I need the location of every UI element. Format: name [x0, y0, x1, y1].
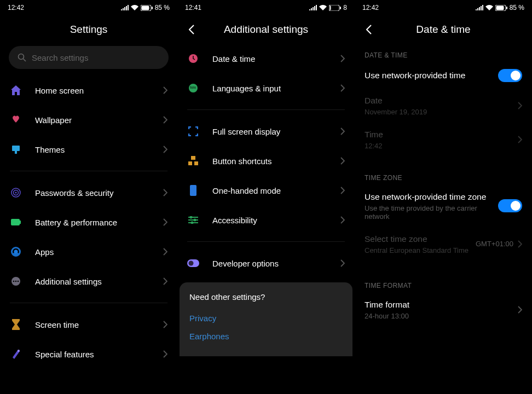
wallpaper-icon [10, 114, 22, 126]
toggle-network-time[interactable] [498, 69, 522, 82]
battery-icon [495, 5, 507, 11]
svg-rect-38 [506, 7, 507, 9]
link-privacy[interactable]: Privacy [189, 309, 343, 327]
chevron-right-icon [340, 216, 345, 224]
header: Date & time [355, 15, 532, 44]
search-icon [18, 53, 26, 62]
back-button[interactable] [180, 18, 204, 42]
setting-network-timezone[interactable]: Use network-provided time zone Use the t… [355, 185, 532, 227]
row-button-shortcuts[interactable]: Button shortcuts [177, 146, 355, 176]
row-screen-time[interactable]: Screen time [0, 310, 177, 339]
status-time: 12:42 [8, 4, 24, 11]
chevron-right-icon [340, 157, 345, 165]
setting-network-time[interactable]: Use network-provided time [355, 62, 532, 89]
link-earphones[interactable]: Earphones [189, 327, 343, 345]
row-home-screen[interactable]: Home screen [0, 76, 177, 105]
chevron-left-icon [189, 25, 194, 34]
row-passwords-security[interactable]: Passwords & security [0, 178, 177, 207]
row-languages-input[interactable]: Languages & input [177, 73, 355, 103]
divider [10, 171, 167, 171]
statusbar: 12:42 85 % [0, 0, 177, 15]
row-full-screen-display[interactable]: Full screen display [177, 117, 355, 146]
divider [187, 241, 345, 242]
screen-additional-settings: 12:41 8 Additional settings Date & time … [177, 0, 355, 394]
page-title: Date & time [416, 24, 470, 36]
chevron-right-icon [163, 321, 167, 328]
screen-time-icon [10, 318, 22, 331]
chevron-right-icon [518, 240, 522, 248]
row-developer-options[interactable]: Developer options [177, 248, 355, 278]
chevron-right-icon [163, 116, 167, 124]
setting-sub: 12:42 [365, 142, 518, 150]
search-placeholder: Search settings [32, 53, 88, 62]
screen-settings: 12:42 85 % Settings Search settings Home… [0, 0, 177, 394]
setting-label: Use network-provided time zone [365, 192, 498, 203]
row-accessibility[interactable]: Accessibility [177, 205, 355, 235]
card-title: Need other settings? [189, 292, 343, 302]
additional-settings-icon [10, 275, 22, 287]
setting-label: Time format [365, 299, 518, 311]
row-label: Apps [35, 247, 163, 257]
row-special-features[interactable]: Special features [0, 339, 177, 369]
row-label: Special features [35, 350, 163, 359]
chevron-right-icon [163, 350, 167, 358]
svg-point-18 [18, 350, 20, 352]
svg-rect-11 [20, 221, 21, 224]
setting-date: Date November 19, 2019 [355, 89, 532, 123]
status-time: 12:42 [362, 4, 379, 11]
chevron-right-icon [163, 248, 167, 256]
section-date-time: DATE & TIME [355, 44, 532, 62]
need-other-settings-card: Need other settings? Privacy Earphones [180, 282, 352, 356]
chevron-right-icon [163, 189, 167, 196]
screen-date-time: 12:42 85 % Date & time DATE & TIME Use n… [355, 0, 532, 394]
row-label: Developer options [212, 259, 340, 268]
row-battery-performance[interactable]: Battery & performance [0, 207, 177, 237]
svg-point-35 [189, 261, 194, 266]
chevron-right-icon [340, 84, 345, 92]
row-label: Home screen [35, 86, 163, 95]
back-button[interactable] [357, 18, 381, 42]
svg-point-15 [13, 281, 15, 282]
svg-rect-20 [330, 5, 331, 10]
globe-icon [187, 82, 199, 94]
setting-label: Select time zone [365, 234, 476, 245]
setting-sub: 24-hour 13:00 [365, 312, 518, 320]
wifi-icon [319, 5, 327, 10]
toggle-network-timezone[interactable] [498, 199, 522, 212]
setting-time-format[interactable]: Time format 24-hour 13:00 [355, 293, 532, 327]
svg-rect-5 [12, 146, 20, 151]
phone-icon [187, 184, 199, 196]
setting-label: Time [365, 129, 518, 141]
row-themes[interactable]: Themes [0, 135, 177, 164]
setting-sub: Use the time provided by the carrier net… [365, 204, 498, 221]
divider [187, 109, 345, 110]
row-label: Full screen display [212, 127, 340, 136]
row-wallpaper[interactable]: Wallpaper [0, 105, 177, 135]
svg-line-4 [24, 59, 26, 62]
svg-rect-24 [191, 156, 195, 160]
battery-percent: 85 % [155, 4, 170, 11]
setting-sub: November 19, 2019 [365, 108, 518, 116]
svg-point-13 [14, 250, 18, 253]
special-features-icon [10, 348, 22, 360]
search-input[interactable]: Search settings [9, 46, 169, 69]
row-date-time[interactable]: Date & time [177, 44, 355, 73]
svg-point-31 [194, 219, 196, 222]
section-time-format: TIME FORMAT [355, 274, 532, 293]
svg-rect-27 [190, 185, 196, 196]
row-additional-settings[interactable]: Additional settings [0, 266, 177, 296]
svg-rect-21 [340, 7, 341, 9]
signal-icon [309, 5, 317, 10]
svg-point-3 [19, 54, 24, 60]
row-apps[interactable]: Apps [0, 237, 177, 266]
chevron-right-icon [340, 259, 345, 267]
chevron-right-icon [518, 136, 522, 143]
row-label: Themes [35, 145, 163, 154]
chevron-right-icon [340, 55, 345, 62]
row-one-handed-mode[interactable]: One-handed mode [177, 176, 355, 205]
clock-icon [187, 53, 199, 65]
svg-rect-25 [188, 161, 192, 165]
battery-percent: 85 % [510, 4, 524, 11]
chevron-right-icon [518, 306, 522, 314]
svg-point-33 [191, 222, 194, 224]
